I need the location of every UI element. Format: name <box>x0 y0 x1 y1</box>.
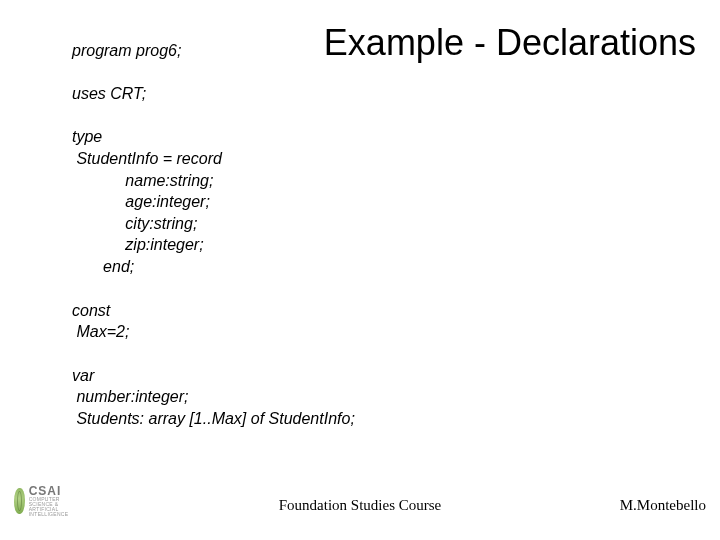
code-line: zip:integer; <box>72 236 204 253</box>
code-line: Max=2; <box>72 323 129 340</box>
logo-subtitle: COMPUTER SCIENCE & ARTIFICIAL INTELLIGEN… <box>29 497 84 517</box>
code-line: StudentInfo = record <box>72 150 222 167</box>
code-line: Students: array [1..Max] of StudentInfo; <box>72 410 355 427</box>
code-line: type <box>72 128 102 145</box>
logo-text: CSAI COMPUTER SCIENCE & ARTIFICIAL INTEL… <box>29 485 84 517</box>
footer-center: Foundation Studies Course <box>279 497 442 514</box>
code-line: city:string; <box>72 215 197 232</box>
code-line: var <box>72 367 94 384</box>
code-line: end; <box>72 258 134 275</box>
footer: CSAI COMPUTER SCIENCE & ARTIFICIAL INTEL… <box>0 486 720 526</box>
code-line: name:string; <box>72 172 213 189</box>
slide: Example - Declarations program prog6; us… <box>0 0 720 540</box>
code-line: age:integer; <box>72 193 210 210</box>
code-block: program prog6; uses CRT;type StudentInfo… <box>72 18 692 430</box>
footer-right: M.Montebello <box>620 497 706 514</box>
slide-title: Example - Declarations <box>324 22 696 64</box>
brain-icon <box>14 488 25 514</box>
code-line: number:integer; <box>72 388 189 405</box>
logo: CSAI COMPUTER SCIENCE & ARTIFICIAL INTEL… <box>14 484 84 518</box>
code-line: program prog6; <box>72 42 181 59</box>
code-line: uses CRT; <box>72 85 146 102</box>
code-line: const <box>72 302 110 319</box>
